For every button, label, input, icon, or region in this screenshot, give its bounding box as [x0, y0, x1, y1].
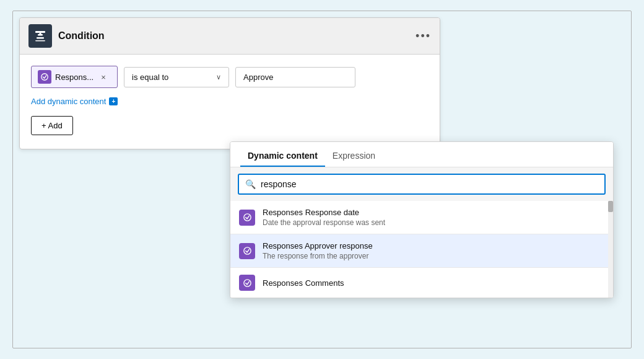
result-title-1: Responses Response date [263, 208, 604, 217]
svg-rect-3 [35, 40, 45, 42]
result-item-comments[interactable]: Responses Comments [230, 268, 613, 298]
scrollbar-thumb[interactable] [608, 201, 613, 212]
result-text-1: Responses Response date Date the approva… [263, 208, 604, 227]
scrollbar-track[interactable] [608, 201, 613, 298]
result-text-3: Responses Comments [263, 278, 604, 288]
more-options-button[interactable]: ••• [416, 30, 431, 43]
tab-expression[interactable]: Expression [325, 142, 383, 167]
condition-row: Respons... × is equal to ∨ [31, 66, 429, 88]
svg-point-7 [243, 247, 250, 254]
result-item-approver-response[interactable]: Responses Approver response The response… [230, 234, 613, 268]
response-chip[interactable]: Respons... × [31, 66, 118, 88]
panel-tabs: Dynamic content Expression [230, 142, 613, 167]
condition-operator-dropdown[interactable]: is equal to ∨ [124, 67, 229, 87]
chip-close-button[interactable]: × [101, 73, 106, 82]
svg-rect-2 [37, 37, 44, 39]
add-dynamic-content-link[interactable]: Add dynamic content + [31, 97, 429, 106]
result-icon-2 [239, 243, 255, 259]
result-title-2: Responses Approver response [263, 241, 604, 250]
result-icon-1 [239, 210, 255, 226]
result-desc-2: The response from the approver [263, 252, 604, 260]
response-chip-icon [38, 70, 51, 84]
result-title-3: Responses Comments [263, 278, 604, 288]
result-icon-3 [239, 275, 255, 291]
condition-title: Condition [58, 30, 105, 42]
svg-point-6 [243, 214, 250, 221]
tab-expression-label: Expression [333, 151, 375, 161]
svg-point-5 [41, 74, 48, 81]
result-desc-1: Date the approval response was sent [263, 218, 604, 227]
condition-icon [28, 24, 52, 48]
add-button-label: + Add [41, 121, 63, 130]
tab-dynamic-content-label: Dynamic content [248, 151, 318, 161]
response-chip-text: Respons... [55, 73, 94, 82]
search-area: 🔍 [230, 167, 613, 201]
condition-header-left: Condition [28, 24, 105, 48]
results-list: Responses Response date Date the approva… [230, 201, 613, 298]
dynamic-content-panel: Dynamic content Expression 🔍 [230, 141, 614, 298]
svg-point-8 [243, 279, 250, 286]
result-item-response-date[interactable]: Responses Response date Date the approva… [230, 201, 613, 234]
condition-header: Condition ••• [20, 18, 440, 55]
add-dynamic-label: Add dynamic content [31, 97, 106, 106]
tab-dynamic-content[interactable]: Dynamic content [240, 142, 325, 167]
chevron-down-icon: ∨ [216, 73, 221, 81]
condition-value-input[interactable] [235, 67, 355, 87]
condition-body: Respons... × is equal to ∨ Add dynamic c… [20, 55, 440, 149]
result-text-2: Responses Approver response The response… [263, 241, 604, 260]
search-box: 🔍 [238, 174, 606, 195]
condition-card: Condition ••• Respons... × [19, 17, 440, 149]
operator-label: is equal to [132, 73, 168, 82]
panel-arrow [230, 153, 230, 165]
add-button[interactable]: + Add [31, 116, 73, 135]
search-icon: 🔍 [245, 179, 256, 189]
search-input[interactable] [261, 179, 598, 189]
dynamic-plus-badge: + [109, 97, 118, 105]
